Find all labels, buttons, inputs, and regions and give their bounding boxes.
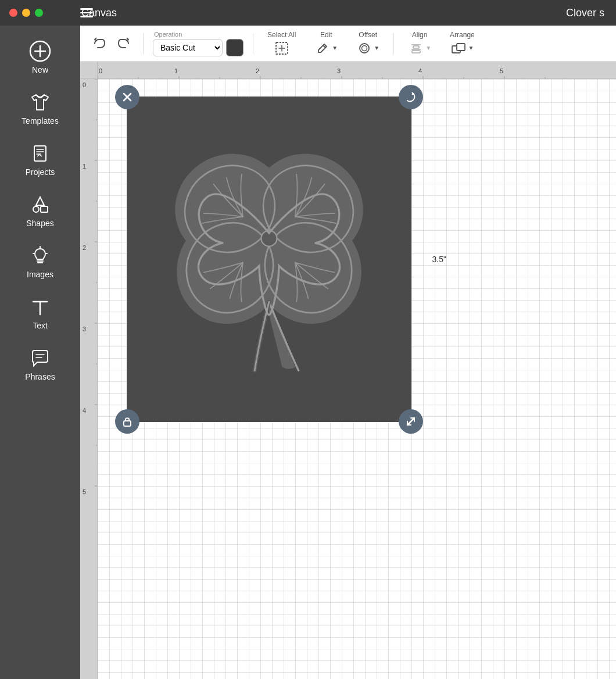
svg-rect-25 <box>412 51 420 53</box>
app-title: Canvas <box>81 7 117 19</box>
svg-rect-27 <box>457 44 465 51</box>
svg-text:2: 2 <box>256 67 259 74</box>
title-bar: Canvas Clover s <box>0 0 616 26</box>
svg-point-21 <box>362 45 367 51</box>
arrange-group[interactable]: Arrange ▼ <box>445 28 479 59</box>
select-all-group[interactable]: Select All <box>263 28 300 59</box>
svg-line-97 <box>407 418 414 425</box>
offset-group[interactable]: Offset ▼ <box>352 28 384 59</box>
operation-select[interactable]: Basic Cut <box>153 39 223 56</box>
sidebar-item-projects[interactable]: Projects <box>0 134 80 185</box>
svg-text:1: 1 <box>174 67 178 74</box>
svg-text:2: 2 <box>83 244 86 251</box>
sidebar-item-images[interactable]: Images <box>0 236 80 287</box>
toolbar-divider-3 <box>393 33 394 54</box>
delete-handle[interactable] <box>115 85 139 109</box>
align-label: Align <box>412 31 428 39</box>
operation-row: Basic Cut <box>153 39 243 56</box>
sidebar-label-new: New <box>32 65 48 74</box>
toolbar-divider-1 <box>143 33 144 54</box>
svg-text:4: 4 <box>418 67 422 74</box>
undo-redo-group <box>89 34 134 53</box>
edit-icon-row: ▼ <box>314 40 338 56</box>
sidebar-label-shapes: Shapes <box>26 219 53 228</box>
select-all-icon <box>274 40 290 56</box>
arrange-icon <box>450 40 467 56</box>
svg-text:4: 4 <box>83 407 86 414</box>
select-all-label: Select All <box>267 31 296 39</box>
svg-point-20 <box>360 44 369 53</box>
svg-point-6 <box>33 206 39 212</box>
edit-label: Edit <box>320 31 332 39</box>
color-swatch[interactable] <box>226 39 243 56</box>
undo-button[interactable] <box>89 34 109 53</box>
lock-handle[interactable] <box>115 409 139 434</box>
offset-icon-row: ▼ <box>356 40 379 56</box>
svg-text:1: 1 <box>83 163 86 170</box>
operation-label: Operation <box>154 31 243 38</box>
resize-handle[interactable] <box>399 409 423 434</box>
redo-button[interactable] <box>114 34 134 53</box>
arrange-icon-row: ▼ <box>450 40 474 56</box>
edit-icon <box>314 40 331 56</box>
minimize-button[interactable] <box>22 9 30 17</box>
app-body: New Templates Projects <box>0 26 616 679</box>
svg-rect-5 <box>41 206 48 212</box>
shapes-icon <box>28 193 52 216</box>
sidebar-item-new[interactable]: New <box>0 31 80 83</box>
lightbulb-icon <box>28 244 52 267</box>
arrange-label: Arrange <box>450 31 475 39</box>
operation-group: Operation Basic Cut <box>153 31 243 56</box>
sidebar-label-phrases: Phrases <box>25 372 55 381</box>
clover-artwork <box>138 108 400 410</box>
sidebar-label-templates: Templates <box>22 116 59 126</box>
align-dropdown-arrow: ▼ <box>425 45 431 51</box>
toolbar-divider-2 <box>253 33 253 54</box>
sidebar-item-templates[interactable]: Templates <box>0 83 80 134</box>
svg-text:3: 3 <box>337 67 341 74</box>
offset-dropdown-arrow: ▼ <box>374 45 379 51</box>
svg-text:5: 5 <box>500 67 503 74</box>
align-icon <box>408 40 424 56</box>
offset-label: Offset <box>359 31 377 39</box>
offset-icon <box>356 40 373 56</box>
maximize-button[interactable] <box>35 9 43 17</box>
ruler-horizontal: 0 1 2 3 4 5 <box>98 62 616 79</box>
bookmark-icon <box>28 142 52 165</box>
dimension-label-vertical: 3.5" <box>432 255 446 264</box>
sidebar: New Templates Projects <box>0 26 80 679</box>
main-content: Operation Basic Cut Select All <box>80 26 616 679</box>
arrange-dropdown-arrow: ▼ <box>468 45 474 51</box>
svg-rect-96 <box>124 421 131 426</box>
svg-text:5: 5 <box>83 488 86 495</box>
sidebar-item-phrases[interactable]: Phrases <box>0 338 80 389</box>
sidebar-label-text: Text <box>33 321 48 330</box>
traffic-lights <box>0 9 43 17</box>
svg-rect-23 <box>413 46 419 48</box>
edit-group[interactable]: Edit ▼ <box>310 28 342 59</box>
sidebar-item-shapes[interactable]: Shapes <box>0 185 80 236</box>
design-selection[interactable]: 3.5" 3.5" <box>127 97 411 422</box>
canvas-area[interactable]: 0 1 2 3 4 5 <box>80 62 616 679</box>
rotate-handle[interactable] <box>399 85 423 109</box>
svg-rect-3 <box>34 146 46 161</box>
ruler-vertical: 0 1 2 3 4 5 <box>80 79 98 679</box>
svg-marker-4 <box>36 197 44 205</box>
shirt-icon <box>28 91 52 114</box>
project-name: Clover s <box>566 7 604 19</box>
close-button[interactable] <box>9 9 17 17</box>
svg-text:0: 0 <box>99 67 102 74</box>
align-group[interactable]: Align ▼ <box>403 28 436 59</box>
edit-dropdown-arrow: ▼ <box>332 45 338 51</box>
align-icon-row: ▼ <box>408 40 431 56</box>
toolbar: Operation Basic Cut Select All <box>80 26 616 62</box>
svg-text:0: 0 <box>83 81 86 88</box>
chat-icon <box>28 346 52 370</box>
ruler-corner <box>80 62 98 79</box>
sidebar-item-text[interactable]: Text <box>0 287 80 338</box>
plus-circle-icon <box>28 40 52 63</box>
text-t-icon <box>28 295 52 319</box>
sidebar-label-images: Images <box>27 270 53 279</box>
sidebar-label-projects: Projects <box>26 167 55 177</box>
svg-text:3: 3 <box>83 326 86 333</box>
